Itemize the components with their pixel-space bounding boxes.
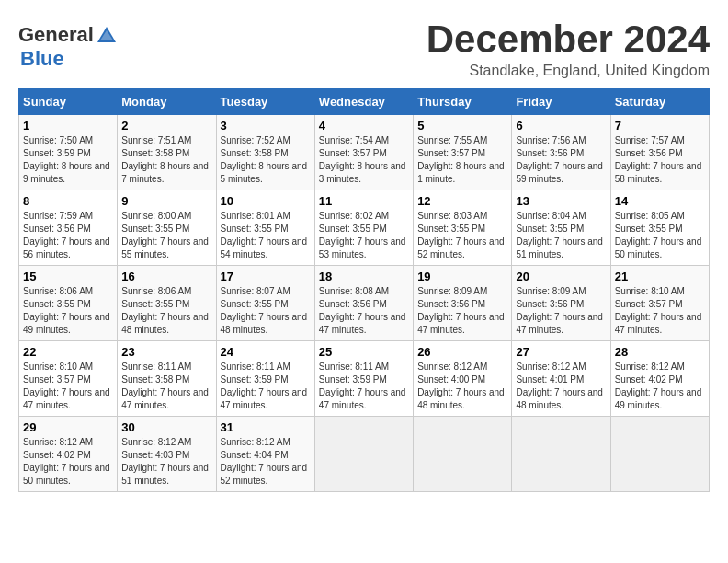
calendar-cell: 8Sunrise: 7:59 AMSunset: 3:56 PMDaylight… (19, 190, 118, 266)
calendar-cell: 1Sunrise: 7:50 AMSunset: 3:59 PMDaylight… (19, 115, 118, 190)
day-number: 14 (615, 194, 705, 208)
calendar-cell: 21Sunrise: 8:10 AMSunset: 3:57 PMDayligh… (610, 266, 709, 341)
day-info: Sunrise: 8:01 AMSunset: 3:55 PMDaylight:… (221, 210, 311, 261)
calendar-cell: 12Sunrise: 8:03 AMSunset: 3:55 PMDayligh… (414, 190, 512, 266)
day-info: Sunrise: 8:09 AMSunset: 3:56 PMDaylight:… (417, 285, 507, 337)
calendar-cell: 30Sunrise: 8:12 AMSunset: 4:03 PMDayligh… (118, 417, 216, 492)
header: General Blue December 2024 Standlake, En… (18, 18, 710, 79)
day-number: 13 (516, 194, 606, 208)
calendar-cell: 24Sunrise: 8:11 AMSunset: 3:59 PMDayligh… (216, 341, 314, 417)
title-area: December 2024 Standlake, England, United… (427, 18, 710, 79)
calendar-cell: 3Sunrise: 7:52 AMSunset: 3:58 PMDaylight… (216, 115, 314, 190)
week-row: 29Sunrise: 8:12 AMSunset: 4:02 PMDayligh… (19, 417, 710, 492)
day-number: 17 (221, 270, 311, 283)
calendar-cell: 23Sunrise: 8:11 AMSunset: 3:58 PMDayligh… (118, 341, 216, 417)
calendar-cell: 18Sunrise: 8:08 AMSunset: 3:56 PMDayligh… (314, 266, 413, 341)
day-number: 7 (615, 119, 705, 132)
week-row: 1Sunrise: 7:50 AMSunset: 3:59 PMDaylight… (19, 115, 710, 190)
calendar-cell: 10Sunrise: 8:01 AMSunset: 3:55 PMDayligh… (216, 190, 314, 266)
calendar-header-row: SundayMondayTuesdayWednesdayThursdayFrid… (19, 89, 710, 115)
day-number: 10 (221, 194, 311, 208)
week-row: 15Sunrise: 8:06 AMSunset: 3:55 PMDayligh… (19, 266, 710, 341)
calendar-cell: 7Sunrise: 7:57 AMSunset: 3:56 PMDaylight… (610, 115, 709, 190)
logo: General Blue (18, 23, 118, 71)
day-number: 27 (516, 345, 606, 359)
week-row: 8Sunrise: 7:59 AMSunset: 3:56 PMDaylight… (19, 190, 710, 266)
day-number: 9 (121, 194, 211, 208)
day-info: Sunrise: 8:06 AMSunset: 3:55 PMDaylight:… (23, 285, 113, 337)
calendar-cell (512, 417, 610, 492)
day-info: Sunrise: 8:12 AMSunset: 4:00 PMDaylight:… (417, 361, 507, 412)
day-info: Sunrise: 7:55 AMSunset: 3:57 PMDaylight:… (417, 134, 507, 186)
day-number: 23 (121, 345, 211, 359)
header-cell-saturday: Saturday (610, 89, 709, 115)
header-cell-sunday: Sunday (19, 89, 118, 115)
day-number: 4 (319, 119, 409, 132)
day-info: Sunrise: 7:59 AMSunset: 3:56 PMDaylight:… (23, 210, 113, 261)
calendar-cell: 17Sunrise: 8:07 AMSunset: 3:55 PMDayligh… (216, 266, 314, 341)
day-number: 21 (615, 270, 705, 283)
calendar-cell (610, 417, 709, 492)
day-number: 15 (23, 270, 113, 283)
day-number: 20 (516, 270, 606, 283)
day-number: 31 (221, 420, 311, 434)
calendar-cell: 16Sunrise: 8:06 AMSunset: 3:55 PMDayligh… (118, 266, 216, 341)
calendar-cell: 29Sunrise: 8:12 AMSunset: 4:02 PMDayligh… (19, 417, 118, 492)
day-info: Sunrise: 7:51 AMSunset: 3:58 PMDaylight:… (121, 134, 211, 186)
calendar-cell: 2Sunrise: 7:51 AMSunset: 3:58 PMDaylight… (118, 115, 216, 190)
day-info: Sunrise: 8:12 AMSunset: 4:02 PMDaylight:… (23, 436, 113, 488)
calendar-cell: 11Sunrise: 8:02 AMSunset: 3:55 PMDayligh… (314, 190, 413, 266)
calendar-cell: 20Sunrise: 8:09 AMSunset: 3:56 PMDayligh… (512, 266, 610, 341)
header-cell-tuesday: Tuesday (216, 89, 314, 115)
day-info: Sunrise: 8:12 AMSunset: 4:02 PMDaylight:… (615, 361, 705, 412)
logo-icon (96, 24, 118, 46)
calendar-cell: 4Sunrise: 7:54 AMSunset: 3:57 PMDaylight… (314, 115, 413, 190)
day-info: Sunrise: 8:02 AMSunset: 3:55 PMDaylight:… (319, 210, 409, 261)
calendar-cell: 19Sunrise: 8:09 AMSunset: 3:56 PMDayligh… (414, 266, 512, 341)
calendar-table: SundayMondayTuesdayWednesdayThursdayFrid… (18, 88, 710, 492)
calendar-cell: 26Sunrise: 8:12 AMSunset: 4:00 PMDayligh… (414, 341, 512, 417)
week-row: 22Sunrise: 8:10 AMSunset: 3:57 PMDayligh… (19, 341, 710, 417)
day-info: Sunrise: 8:12 AMSunset: 4:01 PMDaylight:… (516, 361, 606, 412)
day-number: 8 (23, 194, 113, 208)
day-info: Sunrise: 8:12 AMSunset: 4:03 PMDaylight:… (121, 436, 211, 488)
calendar-cell: 22Sunrise: 8:10 AMSunset: 3:57 PMDayligh… (19, 341, 118, 417)
calendar-cell: 5Sunrise: 7:55 AMSunset: 3:57 PMDaylight… (414, 115, 512, 190)
calendar-cell: 28Sunrise: 8:12 AMSunset: 4:02 PMDayligh… (610, 341, 709, 417)
calendar-cell: 27Sunrise: 8:12 AMSunset: 4:01 PMDayligh… (512, 341, 610, 417)
calendar-cell: 9Sunrise: 8:00 AMSunset: 3:55 PMDaylight… (118, 190, 216, 266)
day-info: Sunrise: 8:09 AMSunset: 3:56 PMDaylight:… (516, 285, 606, 337)
header-cell-monday: Monday (118, 89, 216, 115)
day-info: Sunrise: 8:11 AMSunset: 3:58 PMDaylight:… (121, 361, 211, 412)
day-info: Sunrise: 8:10 AMSunset: 3:57 PMDaylight:… (615, 285, 705, 337)
day-number: 16 (121, 270, 211, 283)
day-info: Sunrise: 8:11 AMSunset: 3:59 PMDaylight:… (221, 361, 311, 412)
day-number: 25 (319, 345, 409, 359)
day-number: 1 (23, 119, 113, 132)
day-info: Sunrise: 8:10 AMSunset: 3:57 PMDaylight:… (23, 361, 113, 412)
day-info: Sunrise: 8:06 AMSunset: 3:55 PMDaylight:… (121, 285, 211, 337)
logo-general-text: General (18, 23, 94, 47)
day-info: Sunrise: 8:08 AMSunset: 3:56 PMDaylight:… (319, 285, 409, 337)
day-number: 6 (516, 119, 606, 132)
day-info: Sunrise: 8:05 AMSunset: 3:55 PMDaylight:… (615, 210, 705, 261)
day-number: 22 (23, 345, 113, 359)
calendar-cell: 25Sunrise: 8:11 AMSunset: 3:59 PMDayligh… (314, 341, 413, 417)
logo-blue-text: Blue (20, 47, 64, 70)
day-number: 5 (417, 119, 507, 132)
day-info: Sunrise: 8:04 AMSunset: 3:55 PMDaylight:… (516, 210, 606, 261)
day-number: 28 (615, 345, 705, 359)
day-info: Sunrise: 8:03 AMSunset: 3:55 PMDaylight:… (417, 210, 507, 261)
day-info: Sunrise: 7:56 AMSunset: 3:56 PMDaylight:… (516, 134, 606, 186)
calendar-cell: 6Sunrise: 7:56 AMSunset: 3:56 PMDaylight… (512, 115, 610, 190)
day-info: Sunrise: 8:07 AMSunset: 3:55 PMDaylight:… (221, 285, 311, 337)
calendar-cell (314, 417, 413, 492)
day-number: 29 (23, 420, 113, 434)
day-number: 3 (221, 119, 311, 132)
day-info: Sunrise: 8:00 AMSunset: 3:55 PMDaylight:… (121, 210, 211, 261)
calendar-cell: 13Sunrise: 8:04 AMSunset: 3:55 PMDayligh… (512, 190, 610, 266)
day-number: 30 (121, 420, 211, 434)
calendar-cell: 14Sunrise: 8:05 AMSunset: 3:55 PMDayligh… (610, 190, 709, 266)
day-number: 12 (417, 194, 507, 208)
day-number: 24 (221, 345, 311, 359)
